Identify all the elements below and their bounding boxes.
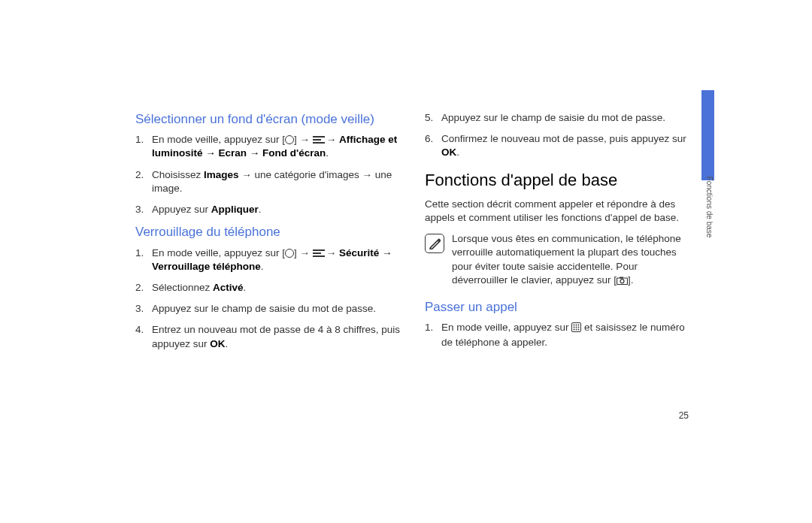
- svg-rect-8: [620, 277, 623, 278]
- svg-point-15: [578, 327, 580, 328]
- page-number: 25: [679, 410, 689, 421]
- make-call-steps: En mode veille, appuyez sur et saisissez…: [425, 321, 695, 349]
- heading-lock: Verrouillage du téléphone: [135, 224, 402, 240]
- svg-point-7: [620, 279, 624, 283]
- note-box: Lorsque vous êtes en communication, le t…: [425, 232, 695, 289]
- section-title-calls: Fonctions d'appel de base: [425, 171, 695, 190]
- circle-icon: [285, 249, 294, 258]
- lock-steps-continued: Appuyez sur le champ de saisie du mot de…: [425, 111, 695, 160]
- step: Choisissez Images → une catégorie d'imag…: [135, 168, 402, 195]
- svg-point-10: [574, 325, 575, 326]
- step: Appuyez sur Appliquer.: [135, 203, 402, 216]
- right-column: Appuyez sur le champ de saisie du mot de…: [425, 111, 695, 358]
- step: Appuyez sur le champ de saisie du mot de…: [135, 302, 402, 316]
- note-text: Lorsque vous êtes en communication, le t…: [452, 232, 695, 289]
- tab-label: Fonctions de base: [705, 174, 714, 241]
- svg-rect-4: [313, 252, 321, 254]
- menu-icon: [313, 136, 323, 144]
- note-icon: [425, 234, 444, 253]
- svg-rect-1: [313, 139, 321, 141]
- intro-paragraph: Cette section décrit comment appeler et …: [425, 198, 695, 225]
- svg-point-16: [574, 329, 575, 331]
- step: En mode veille, appuyez sur [] → → Affic…: [135, 133, 402, 160]
- wallpaper-steps: En mode veille, appuyez sur [] → → Affic…: [135, 133, 402, 216]
- step: Confirmez le nouveau mot de passe, puis …: [425, 132, 695, 159]
- svg-rect-0: [313, 136, 325, 138]
- svg-point-11: [576, 325, 577, 326]
- keypad-icon: [571, 322, 581, 336]
- left-column: Sélectionner un fond d'écran (mode veill…: [135, 111, 402, 358]
- heading-wallpaper: Sélectionner un fond d'écran (mode veill…: [135, 111, 402, 127]
- svg-point-12: [578, 325, 580, 326]
- lock-steps: En mode veille, appuyez sur [] → → Sécur…: [135, 246, 402, 351]
- svg-point-18: [578, 329, 580, 331]
- circle-icon: [285, 135, 294, 144]
- step: En mode veille, appuyez sur et saisissez…: [425, 321, 695, 349]
- side-tab: Fonctions de base: [701, 90, 714, 316]
- step: Entrez un nouveau mot de passe de 4 à 8 …: [135, 323, 402, 350]
- svg-point-14: [576, 327, 577, 328]
- svg-rect-2: [313, 142, 325, 144]
- menu-icon: [313, 249, 323, 257]
- svg-point-13: [574, 327, 575, 328]
- svg-rect-5: [313, 255, 325, 257]
- svg-point-17: [576, 329, 577, 331]
- svg-rect-3: [313, 249, 325, 251]
- step: En mode veille, appuyez sur [] → → Sécur…: [135, 246, 402, 274]
- camera-icon: [617, 275, 628, 289]
- heading-make-call: Passer un appel: [425, 299, 695, 315]
- step: Sélectionnez Activé.: [135, 281, 402, 295]
- step: Appuyez sur le champ de saisie du mot de…: [425, 111, 695, 125]
- tab-indicator: [701, 90, 714, 180]
